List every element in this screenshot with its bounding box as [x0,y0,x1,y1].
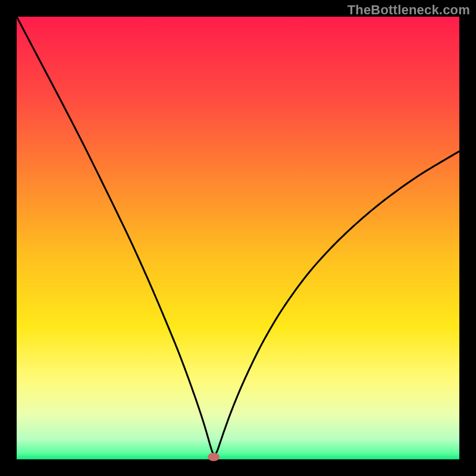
watermark-label: TheBottleneck.com [347,2,470,18]
bottleneck-chart-svg [0,0,476,476]
min-point-marker [208,453,220,461]
chart-container: TheBottleneck.com [0,0,476,476]
